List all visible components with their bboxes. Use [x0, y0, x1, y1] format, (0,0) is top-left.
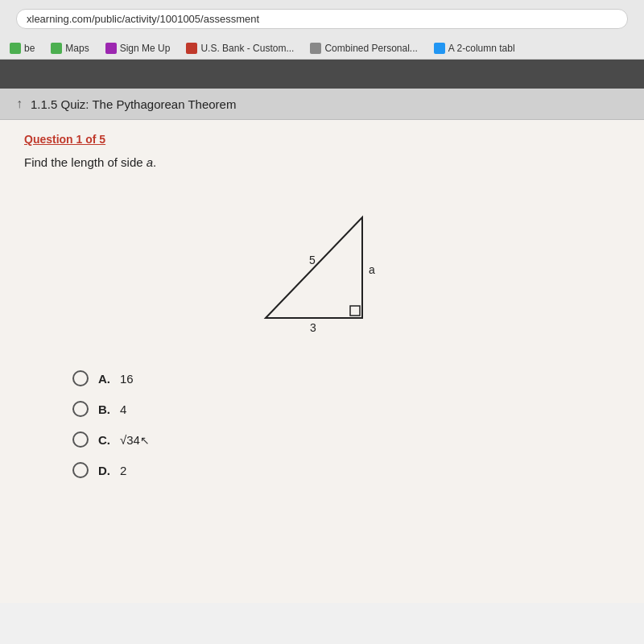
bookmark-signup[interactable]: Sign Me Up	[102, 41, 174, 56]
bookmark-icon-usbank	[186, 43, 197, 54]
quiz-nav-icon: ↑	[16, 97, 23, 111]
radio-d[interactable]	[72, 462, 89, 478]
radio-c[interactable]	[72, 431, 89, 448]
triangle-diagram: 5 a 3	[242, 193, 402, 338]
answer-value-d: 2	[120, 464, 126, 477]
answer-choice-c[interactable]: C. √34↖	[72, 431, 620, 448]
address-bar[interactable]: xlearning.com/public/activity/1001005/as…	[16, 9, 628, 29]
bookmark-be[interactable]: be	[6, 41, 38, 56]
bookmark-label-maps: Maps	[65, 43, 89, 54]
question-text-start: Find the length of side	[24, 155, 147, 169]
answer-value-a: 16	[120, 372, 134, 386]
question-label: Question 1 of 5	[24, 133, 620, 146]
answer-label-c: C.	[98, 433, 110, 447]
page-top-bar	[0, 60, 644, 89]
radio-a[interactable]	[72, 370, 89, 386]
hypotenuse-label: 5	[309, 254, 316, 266]
bookmark-combined[interactable]: Combined Personal...	[307, 41, 420, 56]
quiz-title: 1.1.5 Quiz: The Pythagorean Theorem	[31, 97, 236, 111]
bookmark-table[interactable]: A 2-column tabl	[431, 41, 518, 56]
bookmarks-bar: be Maps Sign Me Up U.S. Bank - Custom...…	[0, 38, 644, 60]
answer-choice-b[interactable]: B. 4	[72, 401, 620, 417]
bookmark-icon-be	[10, 43, 21, 54]
question-variable: a	[147, 155, 153, 169]
answer-choices: A. 16 B. 4 C. √34↖ D. 2	[24, 370, 620, 478]
bookmark-icon-table	[434, 43, 445, 54]
main-content: Question 1 of 5 Find the length of side …	[0, 120, 644, 603]
bookmark-label-signup: Sign Me Up	[120, 43, 171, 54]
answer-value-b: 4	[120, 402, 126, 416]
answer-choice-a[interactable]: A. 16	[72, 370, 620, 386]
quiz-header-bar: ↑ 1.1.5 Quiz: The Pythagorean Theorem	[0, 89, 644, 120]
answer-value-c: √34↖	[120, 433, 150, 447]
answer-label-b: B.	[98, 402, 110, 416]
cursor-icon: ↖	[140, 434, 150, 447]
triangle-shape	[266, 217, 362, 318]
bookmark-maps[interactable]: Maps	[47, 41, 92, 56]
bookmark-icon-maps	[51, 43, 62, 54]
right-angle-marker	[350, 306, 360, 316]
bookmark-icon-combined	[310, 43, 321, 54]
base-label: 3	[310, 321, 316, 334]
bookmark-usbank[interactable]: U.S. Bank - Custom...	[183, 41, 297, 56]
browser-chrome: xlearning.com/public/activity/1001005/as…	[0, 0, 644, 60]
question-text: Find the length of side a.	[24, 155, 620, 169]
question-text-end: .	[153, 155, 156, 169]
bookmark-label-combined: Combined Personal...	[324, 43, 417, 54]
diagram-container: 5 a 3	[24, 193, 620, 338]
answer-label-d: D.	[98, 464, 110, 477]
bookmark-label-table: A 2-column tabl	[448, 43, 515, 54]
bookmark-icon-signup	[105, 43, 117, 54]
answer-label-a: A.	[98, 372, 110, 386]
radio-b[interactable]	[72, 401, 89, 417]
bookmark-label-be: be	[24, 43, 35, 54]
answer-choice-d[interactable]: D. 2	[72, 462, 620, 478]
bookmark-label-usbank: U.S. Bank - Custom...	[200, 43, 294, 54]
vertical-side-label: a	[369, 263, 375, 276]
